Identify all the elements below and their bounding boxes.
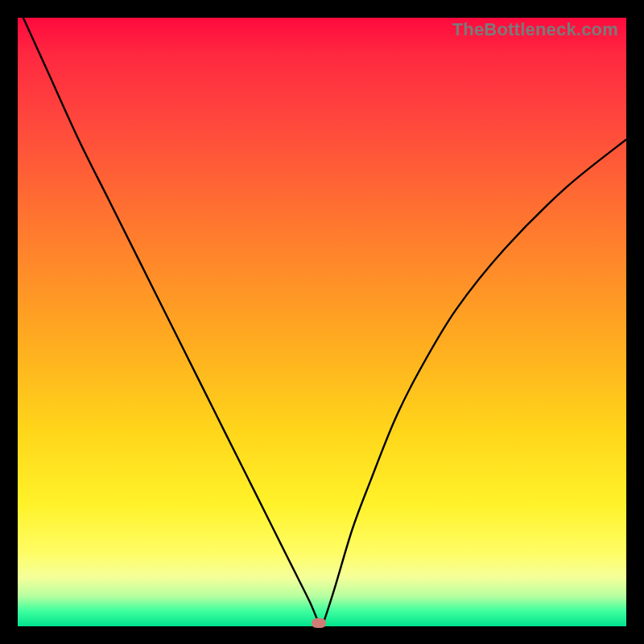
minimum-marker-icon [312, 618, 326, 628]
plot-area: TheBottleneck.com [18, 18, 626, 626]
chart-frame: TheBottleneck.com [0, 0, 644, 644]
watermark-text: TheBottleneck.com [452, 19, 618, 40]
bottleneck-curve [18, 18, 626, 626]
